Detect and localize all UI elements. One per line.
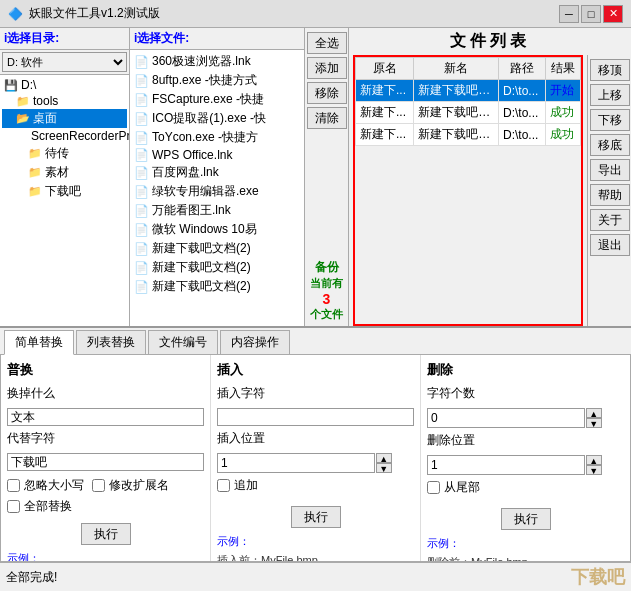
backup-current: 当前有	[310, 276, 343, 291]
delete-exec-button[interactable]: 执行	[501, 508, 551, 530]
status-text: 全部完成!	[6, 569, 57, 586]
replace-with-input[interactable]	[7, 453, 204, 471]
insert-pos-input[interactable]	[217, 453, 375, 473]
app-title: 妖眼文件工具v1.2测试版	[29, 5, 160, 22]
file-item[interactable]: 📄ICO提取器(1).exe -快	[132, 109, 302, 128]
file-item[interactable]: 📄FSCapture.exe -快捷	[132, 90, 302, 109]
file-item[interactable]: 📄新建下载吧文档(2)	[132, 258, 302, 277]
replace-col: 普换 换掉什么 代替字符 忽略大小写 修改扩展名 全部替换 执行 示例： 替换前…	[1, 355, 211, 561]
replace-example-label: 示例：	[7, 551, 204, 562]
insert-char-label: 插入字符	[217, 385, 414, 402]
backup-section: 备份 当前有 3 个文件	[310, 259, 343, 322]
file-panel: i选择文件: 📄360极速浏览器.lnk📄8uftp.exe -快捷方式📄FSC…	[130, 28, 305, 326]
table-header: 新名	[414, 58, 499, 80]
delete-count-down[interactable]: ▼	[586, 418, 602, 428]
delete-header: 删除	[427, 361, 624, 379]
sidebar-button-帮助[interactable]: 帮助	[590, 184, 630, 206]
delete-pos-down[interactable]: ▼	[586, 465, 602, 475]
sidebar-button-移底[interactable]: 移底	[590, 134, 630, 156]
tab-1[interactable]: 列表替换	[76, 330, 146, 354]
clear-button[interactable]: 清除	[307, 107, 347, 129]
file-table: 原名新名路径结果新建下...新建下载吧文档(2).txtD:\to...开始新建…	[355, 57, 581, 146]
insert-col: 插入 插入字符 插入位置 ▲ ▼ 追加 执行 示例： 插入前：MyFile.bm…	[211, 355, 421, 561]
delete-pos-input[interactable]	[427, 455, 585, 475]
app-icon: 🔷	[8, 7, 23, 21]
delete-count-up[interactable]: ▲	[586, 408, 602, 418]
file-item[interactable]: 📄WPS Office.lnk	[132, 147, 302, 163]
add-button[interactable]: 添加	[307, 57, 347, 79]
ignore-case-checkbox[interactable]: 忽略大小写	[7, 477, 84, 494]
insert-pos-up[interactable]: ▲	[376, 453, 392, 463]
delete-pos-up[interactable]: ▲	[586, 455, 602, 465]
select-all-button[interactable]: 全选	[307, 32, 347, 54]
insert-example-line1: 插入前：MyFile.bmp	[217, 553, 414, 562]
file-table-wrapper: 原名新名路径结果新建下...新建下载吧文档(2).txtD:\to...开始新建…	[353, 55, 583, 326]
tabs-bar: 简单替换列表替换文件编号内容操作	[0, 328, 631, 355]
dir-dropdown[interactable]: D: 软件	[2, 52, 127, 72]
remove-button[interactable]: 移除	[307, 82, 347, 104]
sidebar-button-移顶[interactable]: 移顶	[590, 59, 630, 81]
file-item[interactable]: 📄万能看图王.lnk	[132, 201, 302, 220]
sidebar-button-退出[interactable]: 退出	[590, 234, 630, 256]
replace-what-input[interactable]	[7, 408, 204, 426]
table-header: 路径	[499, 58, 546, 80]
tree-item[interactable]: ScreenRecorderPr	[2, 128, 127, 144]
minimize-button[interactable]: ─	[559, 5, 579, 23]
replace-exec-button[interactable]: 执行	[81, 523, 131, 545]
sidebar-button-导出[interactable]: 导出	[590, 159, 630, 181]
sidebar-button-下移[interactable]: 下移	[590, 109, 630, 131]
tree-item[interactable]: 📁tools	[2, 93, 127, 109]
file-list: 📄360极速浏览器.lnk📄8uftp.exe -快捷方式📄FSCapture.…	[130, 50, 304, 326]
backup-unit: 个文件	[310, 307, 343, 322]
insert-char-input[interactable]	[217, 408, 414, 426]
from-tail-checkbox[interactable]: 从尾部	[427, 479, 624, 496]
file-item[interactable]: 📄微软 Windows 10易	[132, 220, 302, 239]
append-checkbox[interactable]: 追加	[217, 477, 414, 494]
insert-pos-label: 插入位置	[217, 430, 414, 447]
delete-pos-label: 删除位置	[427, 432, 624, 449]
file-item[interactable]: 📄新建下载吧文档(2)	[132, 239, 302, 258]
insert-pos-down[interactable]: ▼	[376, 463, 392, 473]
insert-example-label: 示例：	[217, 534, 414, 549]
tree-item[interactable]: 📁下载吧	[2, 182, 127, 201]
backup-count: 3	[323, 291, 331, 307]
table-row[interactable]: 新建下...新建下载吧文...D:\to...成功	[356, 124, 581, 146]
file-item[interactable]: 📄ToYcon.exe -快捷方	[132, 128, 302, 147]
status-bar: 全部完成! 下载吧	[0, 562, 631, 591]
tab-2[interactable]: 文件编号	[148, 330, 218, 354]
modify-ext-checkbox[interactable]: 修改扩展名	[92, 477, 169, 494]
file-item[interactable]: 📄新建下载吧文档(2)	[132, 277, 302, 296]
dir-panel: i选择目录: D: 软件 💾D:\📁tools📂桌面ScreenRecorder…	[0, 28, 130, 326]
action-buttons: 全选 添加 移除 清除 备份 当前有 3 个文件	[305, 28, 349, 326]
delete-count-label: 字符个数	[427, 385, 624, 402]
tree-item[interactable]: 📁素材	[2, 163, 127, 182]
table-row[interactable]: 新建下...新建下载吧文档(2).txtD:\to...开始	[356, 80, 581, 102]
tree-item[interactable]: 📁待传	[2, 144, 127, 163]
dir-tree: 💾D:\📁tools📂桌面ScreenRecorderPr📁待传📁素材📁下载吧	[0, 75, 129, 326]
title-bar: 🔷 妖眼文件工具v1.2测试版 ─ □ ✕	[0, 0, 631, 28]
sidebar-button-上移[interactable]: 上移	[590, 84, 630, 106]
tree-item[interactable]: 💾D:\	[2, 77, 127, 93]
insert-exec-button[interactable]: 执行	[291, 506, 341, 528]
tab-3[interactable]: 内容操作	[220, 330, 290, 354]
replace-what-label: 换掉什么	[7, 385, 204, 402]
watermark: 下载吧	[571, 565, 625, 589]
delete-col: 删除 字符个数 ▲ ▼ 删除位置 ▲ ▼ 从尾部	[421, 355, 630, 561]
file-item[interactable]: 📄360极速浏览器.lnk	[132, 52, 302, 71]
replace-all-checkbox[interactable]: 全部替换	[7, 498, 204, 515]
file-item[interactable]: 📄8uftp.exe -快捷方式	[132, 71, 302, 90]
tree-item[interactable]: 📂桌面	[2, 109, 127, 128]
sidebar-button-关于[interactable]: 关于	[590, 209, 630, 231]
file-item[interactable]: 📄绿软专用编辑器.exe	[132, 182, 302, 201]
close-button[interactable]: ✕	[603, 5, 623, 23]
tab-0[interactable]: 简单替换	[4, 330, 74, 355]
replace-header: 普换	[7, 361, 204, 379]
backup-label: 备份	[315, 259, 339, 276]
dir-panel-header: i选择目录:	[0, 28, 129, 50]
delete-count-input[interactable]	[427, 408, 585, 428]
file-panel-header: i选择文件:	[130, 28, 304, 50]
table-header: 结果	[546, 58, 581, 80]
file-item[interactable]: 📄百度网盘.lnk	[132, 163, 302, 182]
table-row[interactable]: 新建下...新建下载吧文...D:\to...成功	[356, 102, 581, 124]
maximize-button[interactable]: □	[581, 5, 601, 23]
